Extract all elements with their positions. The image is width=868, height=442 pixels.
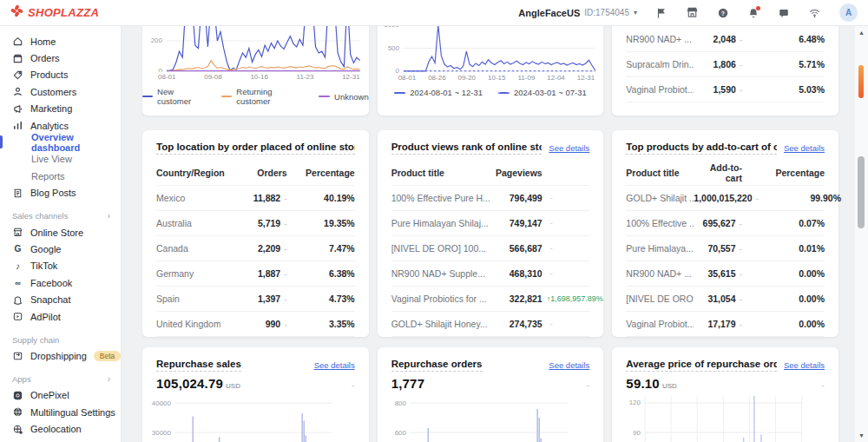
table-row: GOLD+ Shilajit Honey...274,735- [391,312,590,337]
svg-text:200: 200 [151,36,163,44]
sidebar-item-onepixel[interactable]: OnePixel [0,387,121,404]
sidebar-item-marketing[interactable]: Marketing [0,101,121,117]
see-details-link[interactable]: See details [549,360,589,370]
notification-dot [756,6,760,10]
store-switcher[interactable]: AngleFaceUS ID:1754045 ▾ [518,8,637,18]
sidebar-item-online-store[interactable]: Online Store [0,224,121,241]
metric-unit: USD [226,382,240,390]
repurchase-orders-card: Repurchase orders See details 1,777 - 60… [378,347,604,442]
card-title: Repurchase sales [156,359,241,372]
sidebar-item-products[interactable]: Products [0,67,121,83]
sidebar-item-dropshipping[interactable]: Dropshipping Beta [0,347,121,364]
chevron-right-icon[interactable]: › [108,211,110,221]
list-item: Supracalm Drin... 1,806- 5.71% [626,52,825,77]
sidebar-item-google[interactable]: G Google [0,241,121,257]
metric-trend: - [352,379,355,390]
pageviews-table: Product title Pageviews 100% Effective P… [391,161,590,337]
network-status-icon[interactable] [808,6,821,19]
legend-current-period[interactable]: 2024-08-01 ~ 12-31 [394,88,483,97]
sidebar-item-geolocation[interactable]: Geolocation [0,420,121,437]
table-row: Pure Himalayan Shilaj...749,147- [391,211,590,236]
snapchat-ghost-icon [12,294,23,306]
sidebar-item-blog-posts[interactable]: Blog Posts [0,185,121,201]
sidebar-item-home[interactable]: Home [0,33,121,49]
beta-badge: Beta [94,351,122,361]
sidebar-item-tiktok[interactable]: ♪ TikTok [0,258,121,274]
sidebar-item-reports[interactable]: Reports [0,168,121,184]
help-icon[interactable]: ? [717,7,729,19]
orders-icon [12,53,23,64]
geolocation-globe-icon [12,424,23,435]
page-scrollbar[interactable]: ▲ ▼ [855,26,868,442]
avg-repurchase-price-chart: 90120 [612,396,811,442]
legend-swatch [319,96,330,97]
svg-text:0: 0 [159,67,163,72]
messages-icon[interactable] [778,7,790,19]
table-row: Australia5,719-19.35% [156,211,355,236]
google-icon: G [12,243,23,254]
sidebar-item-orders[interactable]: Orders [0,49,121,66]
table-row: [NIVEL DE ORO...31,054-0.00% [626,287,825,312]
svg-text:∞: ∞ [15,279,21,287]
marketing-megaphone-icon [12,103,23,115]
dropshipping-box-icon [12,350,23,361]
table-row: Pure Himalaya...70,557-0.01% [626,236,825,261]
scroll-up-arrow[interactable]: ▲ [855,30,868,36]
legend-returning-customer[interactable]: Returning customer [221,87,303,106]
svg-text:G: G [15,245,22,254]
brand-name: SHOPLAZZA [28,6,99,19]
location-table: Country/Region Orders Percentage Mexico1… [156,161,355,337]
shoplazza-logo[interactable]: SHOPLAZZA [10,4,99,21]
store-icon[interactable] [686,6,699,19]
repurchase-sales-card: Repurchase sales See details 105,024.79 … [142,347,369,442]
positive-change: ↑1,698,957.89% [542,294,603,303]
table-row: Germany1,887-6.38% [156,261,355,287]
table-header: Product title Pageviews [391,161,590,186]
metric-value: 1,777 [391,376,425,391]
avg-repurchase-price-card: Average price of repurchase orders See d… [612,347,838,442]
sidebar-item-overview-dashboard[interactable]: Overview dashboard [0,134,121,150]
table-row: Mexico11,882-40.19% [156,186,355,211]
metric-unit: USD [662,382,677,390]
flag-icon[interactable] [655,7,667,19]
sidebar-item-snapchat[interactable]: Snapchat [0,291,121,307]
legend-swatch [394,92,405,94]
x-axis-labels: 08-0108-2609-2010-1511-0912-0412-31 [398,74,595,82]
table-row: Vaginal Probiotics for ...322,821↑1,698,… [391,287,590,312]
table-row: 100% Effective Pure H...796,499- [391,186,590,211]
customers-person-icon [12,86,23,97]
table-row: NR900 NAD+ Supple...468,310- [391,261,590,287]
metric-value: 105,024.79 [156,376,223,391]
sidebar-item-adpilot[interactable]: AdPilot [0,308,121,325]
svg-text:800: 800 [394,399,406,407]
legend-swatch-dashed [498,92,510,94]
svg-text:500: 500 [387,44,399,52]
scroll-down-arrow[interactable]: ▼ [855,432,868,439]
avatar[interactable]: A [839,3,858,22]
notifications-bell-icon[interactable] [747,7,760,19]
dashboard-content: 0200400 08-0109-0810-1611-2312-31 New cu… [122,26,855,442]
adpilot-icon [12,311,23,322]
add-to-cart-card: Top products by add-to-cart of online st… [612,130,838,337]
see-details-link[interactable]: See details [314,360,355,370]
sidebar-item-facebook[interactable]: ∞ Facebook [0,274,121,291]
table-header: Country/Region Orders Percentage [156,161,355,186]
scrollbar-thumb[interactable] [858,156,865,228]
card-title: Average price of repurchase orders [626,359,777,372]
sidebar-item-multilingual-settings[interactable]: Multilingual Settings [0,404,121,420]
see-details-link[interactable]: See details [549,143,589,153]
sidebar-item-live-view[interactable]: Live View [0,151,121,168]
chevron-right-icon[interactable]: › [108,374,110,384]
table-row: Vaginal Probiot...17,179-0.00% [626,312,825,337]
legend-new-customer[interactable]: New customer [142,87,206,106]
legend-previous-period[interactable]: 2024-03-01 ~ 07-31 [498,88,587,97]
sidebar-item-customers[interactable]: Customers [0,83,121,100]
metric-trend: - [821,379,825,390]
card-title: Top location by order placed of online s… [156,142,355,155]
see-details-link[interactable]: See details [784,143,825,153]
blog-document-icon [12,188,23,199]
legend-unknown[interactable]: Unknown [319,87,369,106]
top-location-card: Top location by order placed of online s… [142,130,369,337]
see-details-link[interactable]: See details [784,360,825,370]
svg-text:90: 90 [633,429,641,437]
